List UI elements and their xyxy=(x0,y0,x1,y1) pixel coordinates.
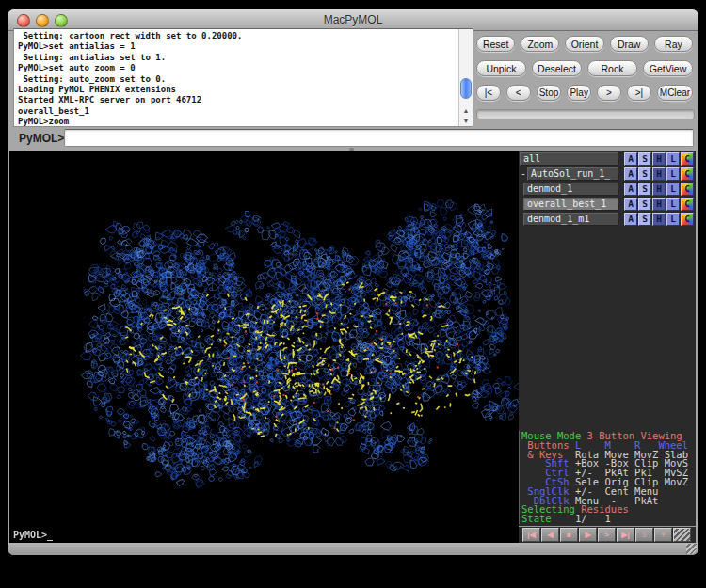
scroll-up-icon[interactable]: ▲ xyxy=(459,105,473,116)
action-A-button[interactable]: A xyxy=(624,152,637,166)
object-row: -AutoSol_run_1_ASHLC xyxy=(519,167,696,181)
play-button[interactable]: Play xyxy=(567,85,591,101)
mclear-button[interactable]: MClear xyxy=(657,85,693,101)
orient-button[interactable]: Orient xyxy=(565,36,603,52)
object-row: denmod_1_m1ASHLC xyxy=(519,213,696,226)
macpymol-window: MacPyMOL Setting: cartoon_rect_width set… xyxy=(8,9,698,555)
getview-button[interactable]: GetView xyxy=(643,60,693,76)
object-action-buttons: ASHLC xyxy=(624,198,694,211)
action-S-button[interactable]: S xyxy=(638,167,651,181)
action-H-button[interactable]: H xyxy=(652,152,666,166)
control-row: ResetZoomOrientDrawRay xyxy=(476,36,693,52)
movie-progress-slider[interactable] xyxy=(476,109,695,119)
console-scrollbar[interactable]: ▲ ▼ xyxy=(458,29,473,126)
object-row: allASHLC xyxy=(519,152,696,166)
object-list: allASHLC-AutoSol_run_1_ASHLCdenmod_1ASHL… xyxy=(519,152,696,228)
object-action-buttons: ASHLC xyxy=(624,167,694,181)
object-name-AutoSol_run_1_[interactable]: AutoSol_run_1_ xyxy=(527,167,618,181)
action-H-button[interactable]: H xyxy=(652,213,666,226)
mouse-panel-line: State 1/ 1 xyxy=(521,515,696,524)
mouse-mode-panel: Mouse Mode 3-Button Viewing Buttons L M … xyxy=(519,431,696,524)
action-C-button[interactable]: C xyxy=(681,152,694,166)
control-button-panel: ResetZoomOrientDrawRayUnpickDeselectRock… xyxy=(476,36,693,109)
action-C-button[interactable]: C xyxy=(681,167,694,181)
command-input[interactable] xyxy=(64,129,694,147)
console-log-text: Setting: cartoon_rect_width set to 0.200… xyxy=(14,29,458,126)
action-L-button[interactable]: L xyxy=(666,198,680,211)
-button[interactable]: |< xyxy=(476,85,501,101)
action-A-button[interactable]: A xyxy=(624,167,637,181)
action-A-button[interactable]: A xyxy=(624,213,637,226)
ray-button[interactable]: Ray xyxy=(654,36,693,52)
control-row: UnpickDeselectRockGetView xyxy=(476,60,693,76)
gl-viewport[interactable]: PyMOL>_ allASHLC-AutoSol_run_1_ASHLCdenm… xyxy=(9,151,696,543)
forward-button[interactable]: > xyxy=(598,528,616,542)
movie-vcr-controls: |◀◀■▶>▶|S▼ xyxy=(519,526,696,543)
action-A-button[interactable]: A xyxy=(624,198,637,211)
action-S-button[interactable]: S xyxy=(638,183,651,196)
stop-button[interactable]: Stop xyxy=(537,85,562,101)
prompt-label: PyMOL> xyxy=(19,132,64,145)
action-L-button[interactable]: L xyxy=(666,167,680,181)
desktop-background: MacPyMOL Setting: cartoon_rect_width set… xyxy=(0,0,706,588)
action-S-button[interactable]: S xyxy=(638,198,651,211)
object-row: overall_best_1ASHLC xyxy=(519,198,696,211)
down-button[interactable]: ▼ xyxy=(654,528,672,542)
object-action-buttons: ASHLC xyxy=(624,213,694,226)
scroll-down-icon[interactable]: ▼ xyxy=(459,116,473,126)
action-H-button[interactable]: H xyxy=(652,183,666,196)
object-name-denmod_1_m1[interactable]: denmod_1_m1 xyxy=(523,213,618,226)
object-action-buttons: ASHLC xyxy=(624,183,694,196)
draw-button[interactable]: Draw xyxy=(610,36,649,52)
go-to-end-button[interactable]: ▶| xyxy=(617,528,634,542)
go-to-start-button[interactable]: |◀ xyxy=(522,528,540,542)
unpick-button[interactable]: Unpick xyxy=(476,60,526,76)
-button[interactable]: < xyxy=(506,85,531,101)
action-L-button[interactable]: L xyxy=(666,213,680,226)
collapse-expander-icon[interactable]: - xyxy=(520,167,527,181)
object-action-buttons: ASHLC xyxy=(624,152,694,166)
action-C-button[interactable]: C xyxy=(681,183,694,196)
action-L-button[interactable]: L xyxy=(666,152,680,166)
action-S-button[interactable]: S xyxy=(638,152,651,166)
action-S-button[interactable]: S xyxy=(638,213,651,226)
action-C-button[interactable]: C xyxy=(681,198,694,211)
internal-side-panel: allASHLC-AutoSol_run_1_ASHLCdenmod_1ASHL… xyxy=(519,151,696,543)
-button[interactable]: > xyxy=(597,85,621,101)
action-H-button[interactable]: H xyxy=(652,167,666,181)
-button[interactable]: >| xyxy=(627,85,651,101)
s-button[interactable]: S xyxy=(635,528,653,542)
action-L-button[interactable]: L xyxy=(666,183,680,196)
object-row: denmod_1ASHLC xyxy=(519,183,696,196)
reset-button[interactable]: Reset xyxy=(476,36,515,52)
play-button[interactable]: ▶ xyxy=(579,528,597,542)
action-A-button[interactable]: A xyxy=(624,183,637,196)
window-title: MacPyMOL xyxy=(8,13,698,26)
viewport-command-prompt[interactable]: PyMOL>_ xyxy=(13,530,53,540)
step-back-button[interactable]: ◀ xyxy=(541,528,559,542)
object-name-all[interactable]: all xyxy=(520,152,618,166)
object-name-overall_best_1[interactable]: overall_best_1 xyxy=(523,198,618,211)
window-resize-grip[interactable] xyxy=(686,544,697,554)
stop-button[interactable]: ■ xyxy=(560,528,578,542)
action-H-button[interactable]: H xyxy=(652,198,666,211)
console-output[interactable]: Setting: cartoon_rect_width set to 0.200… xyxy=(13,28,473,127)
action-C-button[interactable]: C xyxy=(681,213,694,226)
panel-resize-grip[interactable] xyxy=(673,528,691,542)
deselect-button[interactable]: Deselect xyxy=(532,60,582,76)
control-row: |<<StopPlay>>|MClear xyxy=(476,85,693,101)
rock-button[interactable]: Rock xyxy=(587,60,637,76)
zoom-button[interactable]: Zoom xyxy=(521,36,559,52)
scrollbar-thumb[interactable] xyxy=(460,78,472,99)
object-name-denmod_1[interactable]: denmod_1 xyxy=(523,183,618,196)
window-bottom-edge xyxy=(8,543,698,555)
